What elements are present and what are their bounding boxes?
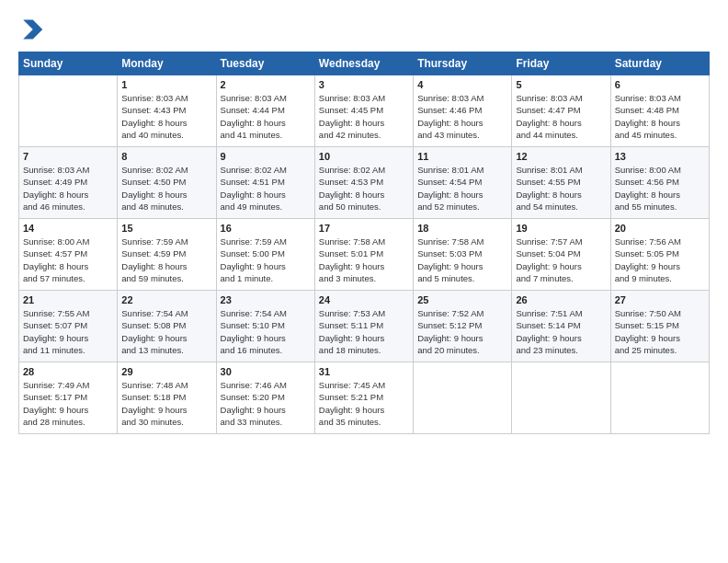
day-number: 25 <box>417 294 507 305</box>
calendar-cell: 13Sunrise: 8:00 AMSunset: 4:56 PMDayligh… <box>610 147 709 219</box>
day-number: 15 <box>121 223 211 234</box>
calendar-cell: 6Sunrise: 8:03 AMSunset: 4:48 PMDaylight… <box>610 75 709 147</box>
day-number: 2 <box>221 79 311 90</box>
day-info: Sunrise: 7:56 AMSunset: 5:05 PMDaylight:… <box>615 236 705 284</box>
calendar-cell: 21Sunrise: 7:55 AMSunset: 5:07 PMDayligh… <box>19 291 118 362</box>
page-container: SundayMondayTuesdayWednesdayThursdayFrid… <box>0 0 728 443</box>
calendar-cell: 19Sunrise: 7:57 AMSunset: 5:04 PMDayligh… <box>512 219 610 291</box>
day-number: 12 <box>516 151 606 162</box>
day-info: Sunrise: 8:02 AMSunset: 4:51 PMDaylight:… <box>221 164 311 213</box>
calendar-table: SundayMondayTuesdayWednesdayThursdayFrid… <box>18 52 710 434</box>
calendar-cell: 30Sunrise: 7:46 AMSunset: 5:20 PMDayligh… <box>216 362 314 434</box>
calendar-cell: 9Sunrise: 8:02 AMSunset: 4:51 PMDaylight… <box>216 147 314 219</box>
day-number: 21 <box>23 294 113 305</box>
day-number: 30 <box>221 366 311 377</box>
day-info: Sunrise: 8:03 AMSunset: 4:44 PMDaylight:… <box>221 92 311 141</box>
day-info: Sunrise: 8:02 AMSunset: 4:53 PMDaylight:… <box>319 164 409 213</box>
day-info: Sunrise: 7:58 AMSunset: 5:03 PMDaylight:… <box>417 236 507 284</box>
day-number: 14 <box>23 223 113 234</box>
calendar-cell: 23Sunrise: 7:54 AMSunset: 5:10 PMDayligh… <box>216 291 314 362</box>
day-info: Sunrise: 8:03 AMSunset: 4:43 PMDaylight:… <box>121 92 211 141</box>
day-number: 27 <box>615 294 705 305</box>
calendar-cell: 22Sunrise: 7:54 AMSunset: 5:08 PMDayligh… <box>118 291 216 362</box>
calendar-week-row: 1Sunrise: 8:03 AMSunset: 4:43 PMDaylight… <box>19 75 710 147</box>
calendar-cell: 8Sunrise: 8:02 AMSunset: 4:50 PMDaylight… <box>118 147 216 219</box>
day-number: 19 <box>516 223 606 234</box>
day-number: 26 <box>516 294 606 305</box>
calendar-cell: 12Sunrise: 8:01 AMSunset: 4:55 PMDayligh… <box>512 147 610 219</box>
day-info: Sunrise: 8:01 AMSunset: 4:54 PMDaylight:… <box>417 164 507 213</box>
day-number: 5 <box>516 79 606 90</box>
calendar-cell: 10Sunrise: 8:02 AMSunset: 4:53 PMDayligh… <box>314 147 413 219</box>
day-number: 3 <box>319 79 409 90</box>
calendar-week-row: 28Sunrise: 7:49 AMSunset: 5:17 PMDayligh… <box>19 362 710 434</box>
calendar-cell <box>19 75 118 147</box>
day-number: 7 <box>23 151 113 162</box>
day-info: Sunrise: 7:50 AMSunset: 5:15 PMDaylight:… <box>615 307 705 356</box>
svg-marker-0 <box>23 20 42 40</box>
day-info: Sunrise: 7:52 AMSunset: 5:12 PMDaylight:… <box>417 307 507 356</box>
day-header-monday: Monday <box>118 52 216 75</box>
day-header-saturday: Saturday <box>610 52 709 75</box>
day-number: 17 <box>319 223 409 234</box>
calendar-cell: 4Sunrise: 8:03 AMSunset: 4:46 PMDaylight… <box>414 75 512 147</box>
day-number: 24 <box>319 294 409 305</box>
day-number: 4 <box>417 79 507 90</box>
day-header-thursday: Thursday <box>414 52 512 75</box>
calendar-cell: 17Sunrise: 7:58 AMSunset: 5:01 PMDayligh… <box>314 219 413 291</box>
day-header-sunday: Sunday <box>19 52 118 75</box>
calendar-cell: 14Sunrise: 8:00 AMSunset: 4:57 PMDayligh… <box>19 219 118 291</box>
day-number: 16 <box>221 223 311 234</box>
calendar-cell: 29Sunrise: 7:48 AMSunset: 5:18 PMDayligh… <box>118 362 216 434</box>
day-info: Sunrise: 7:55 AMSunset: 5:07 PMDaylight:… <box>23 307 113 356</box>
day-header-tuesday: Tuesday <box>216 52 314 75</box>
day-info: Sunrise: 7:45 AMSunset: 5:21 PMDaylight:… <box>319 379 409 428</box>
calendar-cell: 1Sunrise: 8:03 AMSunset: 4:43 PMDaylight… <box>118 75 216 147</box>
calendar-cell: 18Sunrise: 7:58 AMSunset: 5:03 PMDayligh… <box>414 219 512 291</box>
calendar-cell: 25Sunrise: 7:52 AMSunset: 5:12 PMDayligh… <box>414 291 512 362</box>
day-info: Sunrise: 8:01 AMSunset: 4:55 PMDaylight:… <box>516 164 606 213</box>
day-info: Sunrise: 7:48 AMSunset: 5:18 PMDaylight:… <box>121 379 211 428</box>
day-header-wednesday: Wednesday <box>314 52 413 75</box>
day-info: Sunrise: 7:58 AMSunset: 5:01 PMDaylight:… <box>319 236 409 284</box>
day-number: 10 <box>319 151 409 162</box>
logo-icon <box>18 17 44 42</box>
calendar-cell: 24Sunrise: 7:53 AMSunset: 5:11 PMDayligh… <box>314 291 413 362</box>
calendar-cell: 28Sunrise: 7:49 AMSunset: 5:17 PMDayligh… <box>19 362 118 434</box>
calendar-cell <box>414 362 512 434</box>
day-number: 31 <box>319 366 409 377</box>
day-info: Sunrise: 8:00 AMSunset: 4:57 PMDaylight:… <box>23 236 113 284</box>
day-number: 9 <box>221 151 311 162</box>
day-info: Sunrise: 7:57 AMSunset: 5:04 PMDaylight:… <box>516 236 606 284</box>
day-info: Sunrise: 8:03 AMSunset: 4:47 PMDaylight:… <box>516 92 606 141</box>
day-info: Sunrise: 8:02 AMSunset: 4:50 PMDaylight:… <box>121 164 211 213</box>
day-number: 1 <box>121 79 211 90</box>
day-number: 11 <box>417 151 507 162</box>
day-info: Sunrise: 7:59 AMSunset: 4:59 PMDaylight:… <box>121 236 211 284</box>
calendar-cell: 15Sunrise: 7:59 AMSunset: 4:59 PMDayligh… <box>118 219 216 291</box>
day-info: Sunrise: 7:46 AMSunset: 5:20 PMDaylight:… <box>221 379 311 428</box>
day-number: 20 <box>615 223 705 234</box>
day-number: 6 <box>615 79 705 90</box>
day-info: Sunrise: 7:54 AMSunset: 5:08 PMDaylight:… <box>121 307 211 356</box>
calendar-cell: 26Sunrise: 7:51 AMSunset: 5:14 PMDayligh… <box>512 291 610 362</box>
day-number: 13 <box>615 151 705 162</box>
day-info: Sunrise: 8:03 AMSunset: 4:45 PMDaylight:… <box>319 92 409 141</box>
calendar-week-row: 14Sunrise: 8:00 AMSunset: 4:57 PMDayligh… <box>19 219 710 291</box>
day-info: Sunrise: 8:03 AMSunset: 4:46 PMDaylight:… <box>417 92 507 141</box>
calendar-cell: 2Sunrise: 8:03 AMSunset: 4:44 PMDaylight… <box>216 75 314 147</box>
logo <box>18 17 48 42</box>
calendar-cell: 3Sunrise: 8:03 AMSunset: 4:45 PMDaylight… <box>314 75 413 147</box>
day-number: 23 <box>221 294 311 305</box>
day-info: Sunrise: 8:03 AMSunset: 4:49 PMDaylight:… <box>23 164 113 213</box>
day-number: 22 <box>121 294 211 305</box>
day-info: Sunrise: 8:03 AMSunset: 4:48 PMDaylight:… <box>615 92 705 141</box>
day-info: Sunrise: 7:53 AMSunset: 5:11 PMDaylight:… <box>319 307 409 356</box>
day-number: 29 <box>121 366 211 377</box>
calendar-cell: 5Sunrise: 8:03 AMSunset: 4:47 PMDaylight… <box>512 75 610 147</box>
calendar-header-row: SundayMondayTuesdayWednesdayThursdayFrid… <box>19 52 710 75</box>
day-info: Sunrise: 7:54 AMSunset: 5:10 PMDaylight:… <box>221 307 311 356</box>
day-info: Sunrise: 7:59 AMSunset: 5:00 PMDaylight:… <box>221 236 311 284</box>
calendar-week-row: 21Sunrise: 7:55 AMSunset: 5:07 PMDayligh… <box>19 291 710 362</box>
calendar-cell: 20Sunrise: 7:56 AMSunset: 5:05 PMDayligh… <box>610 219 709 291</box>
